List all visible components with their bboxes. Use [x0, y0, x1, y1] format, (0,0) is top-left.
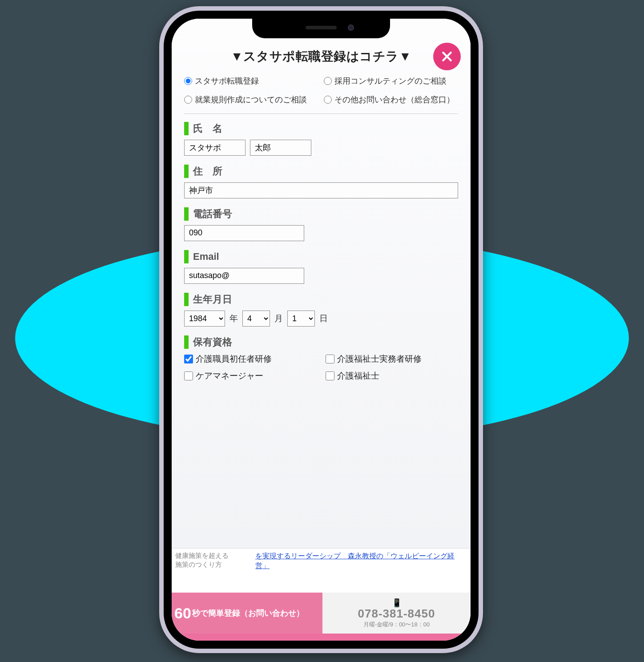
radio-option-1[interactable]: 採用コンサルティングのご相談	[324, 76, 458, 86]
field-address: 住 所	[184, 165, 458, 198]
radio-label-1: 採用コンサルティングのご相談	[334, 76, 447, 86]
accent-bar-icon	[184, 293, 189, 306]
footer-tel-number: 078-381-8450	[358, 607, 435, 621]
label-text-phone: 電話番号	[193, 207, 232, 221]
close-button[interactable]	[433, 43, 461, 70]
radio-option-2[interactable]: 就業規則作成についてのご相談	[184, 94, 318, 105]
radio-label-2: 就業規則作成についてのご相談	[195, 94, 307, 105]
label-text-email: Email	[193, 251, 219, 262]
behind-right-link[interactable]: を実現するリーダーシップ 森永教授の「ウェルビーイング経営」	[252, 549, 471, 593]
qual-label-0: 介護職員初任者研修	[196, 353, 272, 365]
behind-left-line1: 健康施策を超える	[175, 551, 248, 560]
radio-input-1[interactable]	[324, 77, 332, 85]
birth-year-select[interactable]: 1984	[184, 311, 225, 327]
radio-input-3[interactable]	[324, 96, 332, 104]
field-name: 氏 名	[184, 122, 458, 156]
field-label-birth: 生年月日	[184, 293, 458, 306]
phone-icon: 📱	[392, 598, 402, 608]
radio-input-0[interactable]	[184, 77, 192, 85]
last-name-input[interactable]	[184, 140, 246, 156]
behind-link-text: を実現するリーダーシップ 森永教授の「ウェルビーイング経営」	[255, 552, 455, 569]
footer-bottom-edge	[172, 634, 471, 641]
registration-modal: ▼スタサポ転職登録はコチラ▼ スタサポ転職登録 採用コンサルティングのご相談	[172, 19, 471, 548]
field-email: Email	[184, 250, 458, 284]
accent-bar-icon	[184, 207, 189, 221]
footer-big-number: 60	[174, 605, 191, 622]
qual-label-1: 介護福祉士実務者研修	[337, 353, 422, 365]
footer-bar: 60 秒で簡単登録（お問い合わせ） 📱 078-381-8450 月曜-金曜/9…	[172, 593, 471, 634]
phone-frame: ▼スタサポ転職登録はコチラ▼ スタサポ転職登録 採用コンサルティングのご相談	[159, 6, 483, 653]
year-unit: 年	[229, 313, 238, 324]
phone-screen: ▼スタサポ転職登録はコチラ▼ スタサポ転職登録 採用コンサルティングのご相談	[172, 19, 471, 641]
birth-month-select[interactable]: 4	[242, 311, 270, 327]
label-text-qual: 保有資格	[193, 335, 232, 349]
field-label-qual: 保有資格	[184, 335, 458, 349]
accent-bar-icon	[184, 335, 189, 349]
behind-left-line2: 施策のつくり方	[175, 560, 248, 569]
address-input[interactable]	[184, 182, 458, 198]
divider	[184, 113, 458, 114]
screen-content: ▼スタサポ転職登録はコチラ▼ スタサポ転職登録 採用コンサルティングのご相談	[172, 19, 471, 641]
field-phone: 電話番号	[184, 207, 458, 241]
footer-register-cta[interactable]: 60 秒で簡単登録（お問い合わせ）	[172, 593, 322, 634]
accent-bar-icon	[184, 122, 189, 135]
qual-label-2: ケアマネージャー	[196, 370, 263, 382]
inquiry-type-radios: スタサポ転職登録 採用コンサルティングのご相談 就業規則作成についてのご相談	[184, 76, 458, 105]
behind-left-card: 健康施策を超える 施策のつくり方	[172, 549, 252, 593]
qual-option-2[interactable]: ケアマネージャー	[184, 370, 317, 382]
accent-bar-icon	[184, 165, 189, 178]
qual-checkbox-3[interactable]	[326, 371, 334, 380]
field-label-address: 住 所	[184, 165, 458, 178]
qual-label-3: 介護福祉士	[337, 370, 379, 382]
phone-notch	[252, 19, 390, 38]
label-text-address: 住 所	[193, 165, 222, 178]
email-input[interactable]	[184, 268, 304, 284]
label-text-birth: 生年月日	[193, 293, 232, 306]
radio-option-0[interactable]: スタサポ転職登録	[184, 76, 318, 86]
background-content-strip: 健康施策を超える 施策のつくり方 を実現するリーダーシップ 森永教授の「ウェルビ…	[172, 548, 471, 593]
month-unit: 月	[274, 313, 283, 324]
modal-title: ▼スタサポ転職登録はコチラ▼	[184, 48, 458, 65]
label-text-name: 氏 名	[193, 122, 222, 135]
birth-day-select[interactable]: 1	[287, 311, 315, 327]
phone-input[interactable]	[184, 225, 304, 241]
radio-input-2[interactable]	[184, 96, 192, 104]
first-name-input[interactable]	[250, 140, 311, 156]
qual-option-1[interactable]: 介護福祉士実務者研修	[326, 353, 458, 365]
radio-option-3[interactable]: その他お問い合わせ（総合窓口）	[324, 94, 458, 105]
qual-checkbox-1[interactable]	[326, 355, 334, 363]
field-label-name: 氏 名	[184, 122, 458, 135]
field-label-phone: 電話番号	[184, 207, 458, 221]
close-icon	[441, 51, 453, 62]
qual-checkbox-2[interactable]	[184, 371, 193, 380]
accent-bar-icon	[184, 250, 189, 263]
day-unit: 日	[319, 313, 328, 324]
footer-phone-block[interactable]: 📱 078-381-8450 月曜-金曜/9：00〜18：00	[322, 593, 471, 634]
footer-rest-text: 秒で簡単登録（お問い合わせ）	[192, 608, 304, 618]
qual-option-3[interactable]: 介護福祉士	[326, 370, 458, 382]
field-birthdate: 生年月日 1984 年 4 月 1	[184, 293, 458, 327]
field-label-email: Email	[184, 250, 458, 263]
field-qualifications: 保有資格 介護職員初任者研修 介護福祉士実務者研修	[184, 335, 458, 382]
radio-label-0: スタサポ転職登録	[195, 76, 259, 86]
radio-label-3: その他お問い合わせ（総合窓口）	[334, 94, 455, 105]
qual-option-0[interactable]: 介護職員初任者研修	[184, 353, 317, 365]
phone-bezel: ▼スタサポ転職登録はコチラ▼ スタサポ転職登録 採用コンサルティングのご相談	[164, 11, 479, 649]
qual-checkbox-0[interactable]	[184, 355, 193, 363]
footer-hours: 月曜-金曜/9：00〜18：00	[363, 621, 430, 629]
